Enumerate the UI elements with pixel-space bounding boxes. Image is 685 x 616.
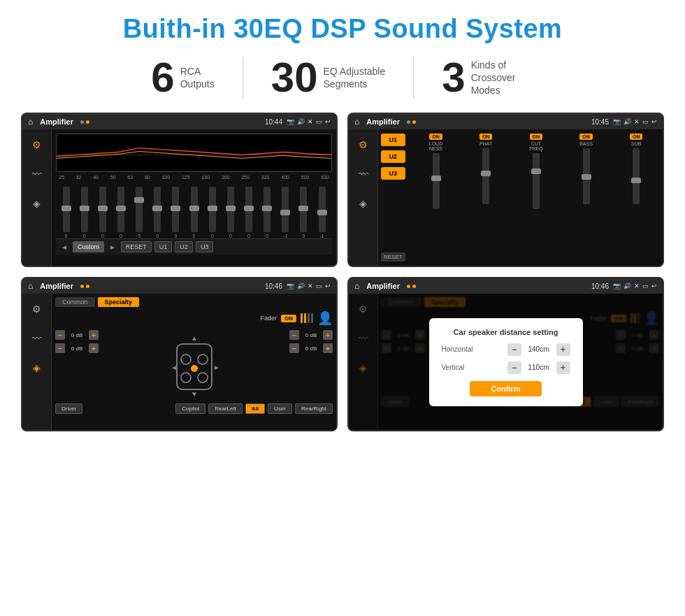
eq-u2-btn[interactable]: U2 [175,241,193,252]
horizontal-label: Horizontal [442,345,473,353]
db-minus-3[interactable]: − [289,330,299,340]
dsp-battery-icon: ▭ [642,118,649,125]
vertical-minus[interactable]: − [507,361,521,374]
tab-specialty[interactable]: Specialty [98,297,140,307]
tab-common[interactable]: Common [55,297,95,307]
eq-screen-body: ⚙ 〰 ◈ 25 32 [22,129,336,266]
db-plus-4[interactable]: + [323,343,333,353]
loudness-fader[interactable] [433,153,440,209]
slider-1[interactable]: 0 [77,187,92,238]
loudness-on[interactable]: ON [429,134,442,140]
battery-icon: ▭ [316,118,322,125]
confirm-button[interactable]: Confirm [470,381,541,396]
horizontal-value: 140cm [525,345,553,353]
svg-text:◄: ◄ [171,364,178,371]
channel-sub: ON SUB [612,134,660,262]
db-minus-4[interactable]: − [289,343,299,353]
fader-app-name: Amplifier [40,282,73,290]
dsp-sidebar-wave[interactable]: 〰 [354,164,373,184]
dsp-home-icon[interactable]: ⌂ [354,117,359,127]
eq-u3-btn[interactable]: U3 [196,241,214,252]
eq-sidebar-vol[interactable]: ◈ [27,194,47,213]
next-arrow[interactable]: ► [107,243,118,251]
dialog-back-icon[interactable]: ↩ [651,282,657,289]
slider-10[interactable]: 0 [241,187,256,238]
home-icon[interactable]: ⌂ [28,117,33,127]
fader-screen-body: ⚙ 〰 ◈ Common Specialty Fader ON [22,294,336,430]
db-plus-2[interactable]: + [89,343,99,353]
stats-row: 6 RCAOutputs 30 EQ AdjustableSegments 3 … [21,57,664,99]
fader-sidebar-wave[interactable]: 〰 [27,329,47,348]
stat-eq: 30 EQ AdjustableSegments [243,57,413,99]
slider-5[interactable]: 0 [150,187,165,238]
slider-4[interactable]: 5 [132,187,147,238]
db-minus-1[interactable]: − [55,330,65,340]
slider-3[interactable]: 0 [113,187,128,238]
copilot-btn[interactable]: Copilot [175,403,206,414]
phat-on[interactable]: ON [480,134,493,140]
eq-sidebar-wave[interactable]: 〰 [27,164,47,184]
dialog-home-icon[interactable]: ⌂ [354,281,359,291]
rearleft-btn[interactable]: RearLeft [208,403,243,414]
bass-on[interactable]: ON [579,134,593,140]
sub-fader[interactable] [633,148,640,204]
slider-9[interactable]: 0 [223,187,238,238]
fader-on-btn[interactable]: ON [281,315,296,322]
horizontal-plus[interactable]: + [556,343,570,356]
fader-sidebar-vol[interactable]: ◈ [27,358,47,378]
slider-12[interactable]: -1 [278,187,293,238]
dsp-dot-2 [412,120,416,124]
vertical-plus[interactable]: + [556,361,570,374]
dsp-back-icon[interactable]: ↩ [651,118,657,125]
close-icon: ✕ [308,118,313,125]
slider-13[interactable]: 0 [296,187,311,238]
bass-fader[interactable] [583,148,590,204]
fader-home-icon[interactable]: ⌂ [28,281,33,291]
dsp-sidebar-vol[interactable]: ◈ [354,194,373,213]
back-icon[interactable]: ↩ [325,118,331,125]
slider-2[interactable]: 0 [95,187,110,238]
eq-u1-btn[interactable]: U1 [154,241,173,252]
eq-bottom-bar: ◄ Custom ► RESET U1 U2 U3 [56,238,332,255]
eq-sidebar-eq[interactable]: ⚙ [27,135,47,155]
cutfreq-fader[interactable] [533,153,540,209]
rearright-btn[interactable]: RearRight [295,403,333,414]
dsp-reset-btn[interactable]: RESET [381,252,405,262]
u1-btn[interactable]: U1 [381,134,405,146]
fader-bar-4 [311,313,313,323]
all-btn[interactable]: All [245,403,265,414]
svg-point-5 [198,373,208,382]
slider-6[interactable]: 0 [168,187,183,238]
eq-reset-btn[interactable]: RESET [121,241,152,252]
slider-8[interactable]: 0 [205,187,219,238]
svg-text:►: ► [213,364,220,371]
prev-arrow[interactable]: ◄ [59,243,70,251]
db-ctrl-4: − 0 dB + [289,343,333,353]
dsp-close-icon: ✕ [634,118,640,125]
u-buttons: U1 U2 U3 RESET [381,134,405,262]
svg-point-4 [181,373,191,382]
fader-back-icon[interactable]: ↩ [325,282,331,289]
u3-btn[interactable]: U3 [381,167,405,180]
db-val-4: 0 dB [301,345,321,352]
db-plus-1[interactable]: + [89,330,99,340]
user-btn[interactable]: User [268,403,292,414]
eq-custom-btn[interactable]: Custom [73,241,104,252]
channel-cutfreq: ON CUTFREQ [512,134,560,262]
slider-7[interactable]: 0 [187,187,201,238]
fader-battery-icon: ▭ [316,282,322,289]
fader-sidebar-eq[interactable]: ⚙ [27,299,47,319]
slider-14[interactable]: -1 [315,187,329,238]
slider-0[interactable]: 0 [59,187,73,238]
slider-11[interactable]: 0 [260,187,275,238]
db-plus-3[interactable]: + [323,330,333,340]
phat-fader[interactable] [482,148,489,204]
cutfreq-on[interactable]: ON [530,134,543,140]
horizontal-minus[interactable]: − [507,343,521,356]
db-minus-2[interactable]: − [55,343,65,353]
driver-btn[interactable]: Driver [55,403,82,414]
fader-bars [301,313,313,323]
sub-on[interactable]: ON [630,134,643,140]
dsp-sidebar-eq[interactable]: ⚙ [354,135,373,155]
u2-btn[interactable]: U2 [381,150,405,163]
